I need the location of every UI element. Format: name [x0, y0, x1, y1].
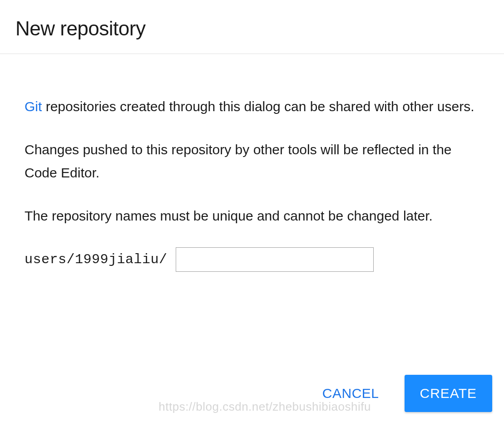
repo-path-prefix: users/1999jialiu/: [25, 252, 168, 267]
dialog-body: Git repositories created through this di…: [0, 54, 504, 272]
description-para-3: The repository names must be unique and …: [25, 204, 479, 227]
repo-name-row: users/1999jialiu/: [25, 247, 479, 272]
description-para-2: Changes pushed to this repository by oth…: [25, 138, 479, 184]
dialog-actions: CANCEL CREATE: [319, 375, 492, 412]
dialog-header: New repository: [0, 0, 504, 54]
cancel-button[interactable]: CANCEL: [319, 380, 383, 407]
repo-name-input[interactable]: [176, 247, 374, 272]
dialog-title: New repository: [15, 17, 489, 40]
description-para-1: Git repositories created through this di…: [25, 95, 479, 118]
create-button[interactable]: CREATE: [405, 375, 492, 412]
git-link[interactable]: Git: [25, 99, 42, 114]
description-text-1: repositories created through this dialog…: [42, 99, 474, 114]
